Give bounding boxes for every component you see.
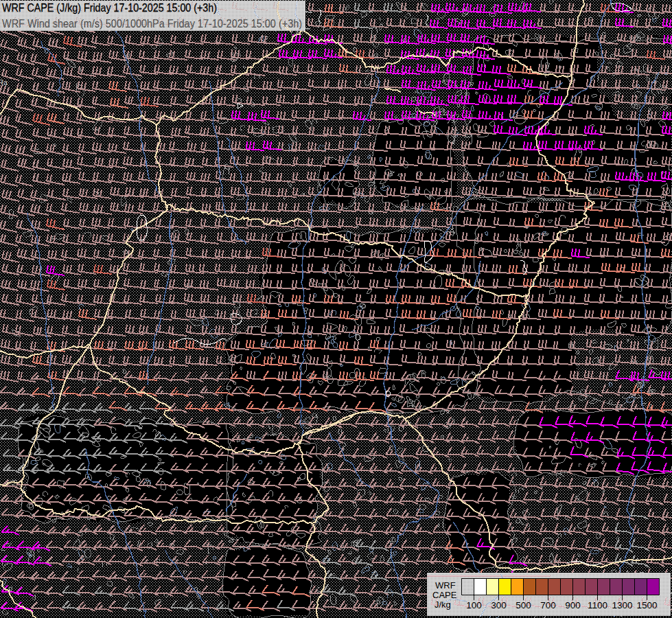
svg-text:500: 500	[515, 600, 531, 610]
svg-text:1300: 1300	[612, 600, 632, 610]
svg-text:CAPE: CAPE	[432, 590, 457, 600]
svg-text:300: 300	[491, 600, 507, 610]
svg-text:J/kg: J/kg	[435, 599, 451, 610]
svg-text:WRF CAPE (J/kg) Friday 17-10-2: WRF CAPE (J/kg) Friday 17-10-2025 15:00 …	[2, 1, 217, 14]
svg-text:1100: 1100	[588, 600, 607, 610]
svg-text:WRF Wind shear (m/s) 500/1000h: WRF Wind shear (m/s) 500/1000hPa Friday …	[2, 17, 302, 30]
svg-text:900: 900	[565, 600, 581, 610]
svg-text:1500: 1500	[636, 600, 657, 610]
svg-text:Ra: Ra	[0, 79, 8, 87]
svg-text:700: 700	[540, 600, 556, 610]
svg-text:WRF: WRF	[435, 580, 456, 591]
svg-text:100: 100	[466, 600, 482, 610]
